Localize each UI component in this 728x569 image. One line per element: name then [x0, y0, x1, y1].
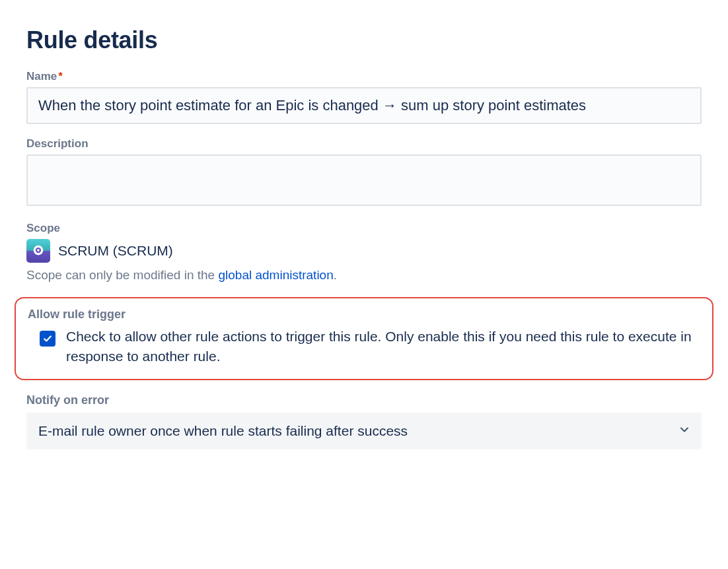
project-avatar-icon — [26, 239, 50, 263]
page-title: Rule details — [26, 26, 702, 54]
description-input[interactable] — [26, 154, 702, 206]
allow-rule-trigger-description: Check to allow other rule actions to tri… — [66, 327, 700, 367]
svg-point-2 — [37, 249, 40, 251]
scope-row: SCRUM (SCRUM) — [26, 239, 702, 263]
scope-project-name: SCRUM (SCRUM) — [58, 243, 173, 259]
allow-rule-trigger-row: Check to allow other rule actions to tri… — [28, 327, 700, 367]
name-label: Name* — [26, 70, 702, 83]
notify-on-error-selected-value: E-mail rule owner once when rule starts … — [38, 423, 408, 439]
notify-on-error-field-group: Notify on error E-mail rule owner once w… — [26, 393, 702, 450]
scope-label: Scope — [26, 222, 702, 235]
description-field-group: Description — [26, 137, 702, 209]
notify-on-error-label: Notify on error — [26, 393, 702, 407]
name-input[interactable] — [26, 87, 702, 124]
scope-field-group: Scope SCRUM (SCRUM) Scope can only be mo… — [26, 222, 702, 283]
description-label: Description — [26, 137, 702, 151]
name-label-text: Name — [26, 70, 57, 83]
allow-rule-trigger-label: Allow rule trigger — [28, 308, 700, 321]
scope-hint-suffix: . — [334, 268, 337, 282]
allow-rule-trigger-highlight: Allow rule trigger Check to allow other … — [15, 297, 713, 380]
checkmark-icon — [43, 334, 52, 343]
required-asterisk: * — [58, 70, 63, 83]
scope-hint-prefix: Scope can only be modified in the — [26, 268, 218, 282]
global-administration-link[interactable]: global administration — [218, 268, 333, 282]
allow-rule-trigger-checkbox[interactable] — [40, 331, 55, 347]
notify-on-error-select-wrapper: E-mail rule owner once when rule starts … — [26, 413, 702, 450]
name-field-group: Name* — [26, 70, 702, 124]
notify-on-error-select[interactable]: E-mail rule owner once when rule starts … — [26, 413, 702, 450]
scope-hint: Scope can only be modified in the global… — [26, 268, 702, 283]
